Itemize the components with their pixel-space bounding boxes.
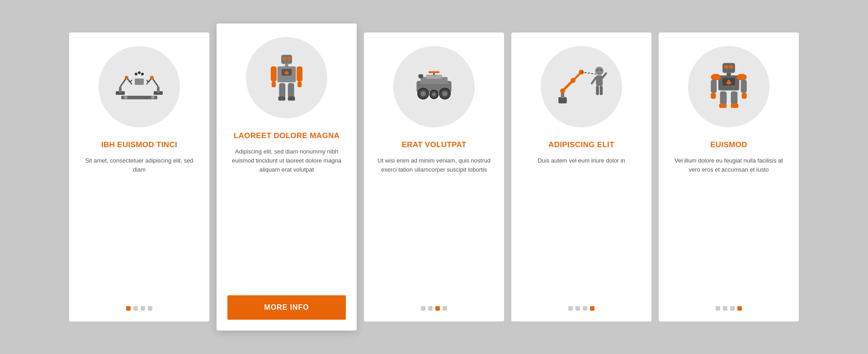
svg-rect-79: [731, 91, 738, 105]
svg-rect-31: [297, 81, 302, 87]
card-1: IBH EUISMOD TINCI Sit amet, consectetuer…: [69, 33, 209, 321]
svg-rect-32: [279, 83, 285, 97]
svg-rect-78: [719, 104, 727, 108]
dot-4-4: [590, 306, 594, 311]
svg-rect-80: [731, 104, 739, 108]
svg-rect-77: [720, 91, 727, 105]
card-5: EUISMOD Vel illum dolore eu feugiat null…: [659, 33, 799, 321]
svg-line-5: [130, 80, 132, 82]
svg-point-45: [442, 91, 448, 96]
card-3-text: Ut wisi enim ad minim veniam, quis nostr…: [375, 156, 493, 295]
svg-point-17: [141, 73, 144, 75]
card-5-title: EUISMOD: [710, 140, 747, 150]
svg-rect-29: [272, 81, 276, 87]
svg-point-52: [560, 88, 565, 93]
svg-line-60: [592, 78, 596, 84]
card-4-title: ADIPISCING ELIT: [548, 140, 614, 150]
svg-rect-65: [724, 65, 728, 68]
svg-point-58: [600, 69, 602, 71]
card-1-title: IBH EUISMOD TINCI: [101, 140, 177, 150]
dot-3-3: [435, 306, 440, 311]
dot-4-1: [568, 306, 573, 311]
robot-arm-human-icon: [554, 60, 609, 114]
card-3: ERAT VOLUTPAT Ut wisi enim ad minim veni…: [364, 33, 504, 321]
svg-point-23: [287, 57, 290, 61]
dot-5-4: [737, 306, 742, 311]
svg-rect-34: [288, 83, 294, 97]
dot-5-3: [730, 306, 735, 311]
dot-1-2: [133, 306, 138, 311]
svg-rect-67: [726, 73, 731, 76]
svg-point-15: [135, 73, 137, 75]
svg-point-71: [711, 74, 721, 80]
svg-point-47: [432, 93, 436, 97]
cards-container: IBH EUISMOD TINCI Sit amet, consectetuer…: [0, 14, 868, 340]
card-5-text: Vel illum dolore eu feugiat nulla facili…: [670, 156, 788, 295]
rover-icon: [407, 60, 461, 114]
dot-3-1: [421, 306, 425, 311]
card-5-dots: [716, 306, 742, 311]
svg-rect-1: [119, 87, 122, 93]
humanoid-robot-icon: [259, 51, 314, 105]
card-1-text: Sit amet, consectetuer adipiscing elit, …: [80, 156, 198, 295]
svg-rect-35: [288, 97, 295, 101]
mech-suit-icon: [702, 60, 756, 114]
svg-point-20: [151, 96, 155, 99]
svg-point-56: [595, 67, 603, 75]
card-4: ADIPISCING ELIT Duis autem vel eum iriur…: [511, 33, 651, 321]
card-2: LAOREET DOLORE MAGNA Adipiscing elit, se…: [217, 23, 357, 331]
card-3-title: ERAT VOLUTPAT: [401, 140, 466, 150]
card-2-title: LAOREET DOLORE MAGNA: [234, 131, 340, 141]
svg-rect-41: [426, 75, 442, 79]
card-2-icon-circle: [246, 37, 327, 118]
svg-rect-73: [711, 79, 717, 93]
svg-rect-75: [741, 79, 747, 93]
svg-rect-62: [596, 86, 599, 95]
svg-point-43: [420, 91, 426, 96]
dot-1-1: [126, 306, 131, 311]
svg-rect-30: [297, 66, 302, 81]
more-info-button[interactable]: MORE INFO: [227, 295, 346, 320]
svg-point-11: [150, 76, 154, 79]
card-4-text: Duis autem vel eum iriure dolor in: [538, 156, 625, 295]
svg-line-12: [146, 80, 148, 82]
svg-point-57: [597, 69, 599, 71]
svg-rect-63: [600, 86, 603, 95]
dot-3-2: [428, 306, 433, 311]
svg-point-54: [579, 70, 584, 75]
card-4-icon-circle: [541, 46, 622, 127]
svg-rect-39: [429, 71, 439, 73]
dot-5-2: [723, 306, 727, 311]
svg-point-16: [138, 71, 141, 74]
svg-point-22: [283, 57, 286, 61]
card-3-icon-circle: [393, 46, 475, 127]
card-5-icon-circle: [688, 46, 769, 127]
svg-rect-74: [711, 93, 716, 99]
svg-point-72: [737, 74, 747, 80]
svg-point-53: [571, 78, 576, 83]
svg-rect-59: [596, 75, 603, 86]
card-4-dots: [568, 306, 594, 311]
card-3-dots: [421, 306, 447, 311]
card-1-icon-circle: [99, 46, 180, 127]
card-1-dots: [126, 306, 152, 311]
dot-5-1: [716, 306, 720, 311]
svg-line-6: [130, 82, 132, 84]
dot-1-3: [141, 306, 145, 311]
dot-4-3: [583, 306, 587, 311]
svg-rect-33: [278, 97, 286, 101]
svg-rect-24: [285, 64, 288, 67]
svg-line-61: [603, 73, 606, 77]
svg-rect-21: [281, 55, 292, 64]
svg-point-19: [124, 96, 127, 99]
assembly-robots-icon: [112, 60, 166, 114]
card-2-text: Adipiscing elit, sed diam nonummy nibh e…: [227, 147, 346, 284]
svg-rect-40: [419, 75, 423, 79]
dot-1-4: [148, 306, 152, 311]
svg-rect-8: [157, 87, 160, 93]
svg-rect-28: [271, 66, 277, 81]
dot-3-4: [443, 306, 447, 311]
svg-line-13: [146, 82, 148, 84]
svg-rect-76: [742, 93, 747, 99]
svg-point-4: [125, 76, 128, 79]
